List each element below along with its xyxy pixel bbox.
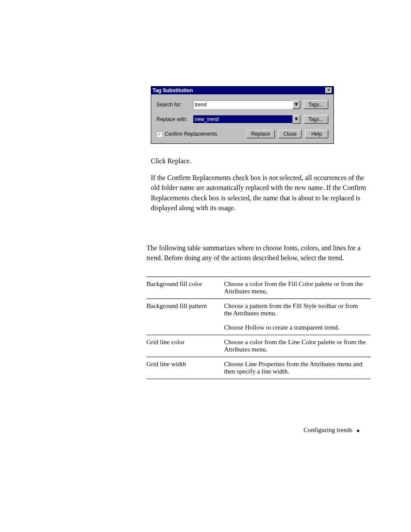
intro-paragraph: The following table summarizes where to … <box>146 243 368 263</box>
table-cell: Grid line color <box>146 335 224 357</box>
table-cell: Choose a color from the Fill Color palet… <box>224 277 371 299</box>
close-button[interactable]: Close <box>278 130 302 138</box>
table-row: Background fill color Choose a color fro… <box>146 277 371 299</box>
table-cell: Grid line width <box>146 357 224 379</box>
instruction-click-replace: Click Replace. <box>151 156 368 166</box>
table-row: Choose Hollow to create a transparent tr… <box>146 320 371 335</box>
table-cell: Background fill pattern <box>146 299 224 321</box>
search-dropdown-button[interactable]: ▼ <box>293 100 300 109</box>
confirm-replacements-checkbox[interactable]: ✓ Confirm Replacements <box>156 131 217 137</box>
table-cell: Choose a pattern from the Fill Style too… <box>224 299 371 321</box>
page-footer: Configuring trends ■ <box>43 426 368 434</box>
dialog-titlebar: Tag Substitution × <box>151 87 333 94</box>
confirm-replacements-label: Confirm Replacements <box>165 131 217 137</box>
table-row: Grid line color Choose a color from the … <box>146 335 371 357</box>
replace-with-label: Replace with: <box>156 116 193 122</box>
checkbox-checked-icon: ✓ <box>156 131 162 137</box>
table-cell <box>146 320 224 335</box>
table-cell: Choose Hollow to create a transparent tr… <box>224 320 371 335</box>
search-for-label: Search for: <box>156 102 193 108</box>
tag-substitution-dialog: Tag Substitution × Search for: trend ▼ T… <box>151 86 334 144</box>
tags-button-replace[interactable]: Tags... <box>304 115 328 124</box>
chevron-down-icon: ▼ <box>294 116 299 122</box>
bullet-icon: ■ <box>357 428 359 433</box>
help-button[interactable]: Help <box>305 130 328 138</box>
summary-table: Background fill color Choose a color fro… <box>146 277 371 379</box>
replace-dropdown-button[interactable]: ▼ <box>293 115 300 124</box>
chevron-down-icon: ▼ <box>294 101 299 107</box>
instruction-confirm-text: If the Confirm Replacements check box is… <box>151 173 368 213</box>
search-for-input[interactable]: trend <box>193 100 293 109</box>
table-row: Background fill pattern Choose a pattern… <box>146 299 371 321</box>
footer-text: Configuring trends <box>303 426 352 433</box>
table-row: Grid line width Choose Line Properties f… <box>146 357 371 379</box>
replace-button[interactable]: Replace <box>246 130 275 138</box>
table-cell: Choose Line Properties from the Attribut… <box>224 357 371 379</box>
close-icon[interactable]: × <box>325 87 332 93</box>
table-cell: Background fill color <box>146 277 224 299</box>
table-cell: Choose a color from the Line Color palet… <box>224 335 371 357</box>
replace-with-input[interactable]: new_trend <box>193 115 293 124</box>
tags-button-search[interactable]: Tags... <box>304 100 328 109</box>
dialog-title: Tag Substitution <box>153 87 193 93</box>
